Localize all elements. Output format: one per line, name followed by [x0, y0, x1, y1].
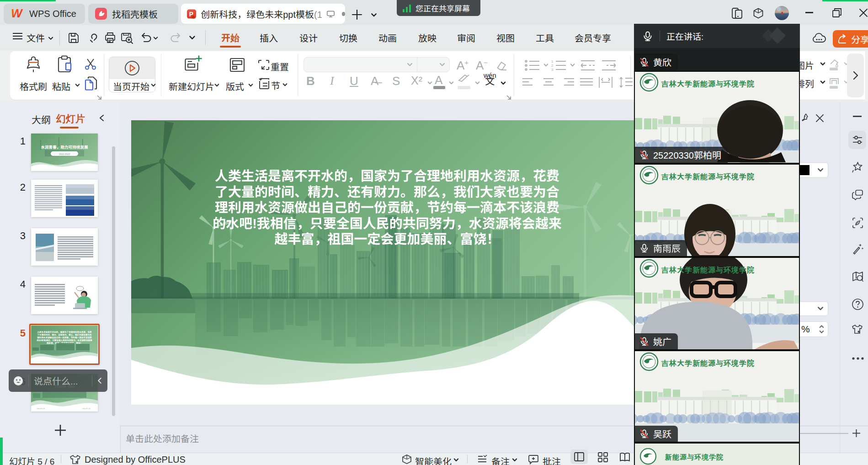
svg-text:P: P [189, 11, 193, 17]
svg-text:了大量的时间、精力、还有财力。那么，我们大家也要为合: 了大量的时间、精力、还有财力。那么，我们大家也要为合 [37, 334, 92, 336]
svg-text:W: W [11, 8, 23, 19]
svg-text:OfficePLUS: OfficePLUS [82, 408, 91, 410]
svg-text:1: 1 [551, 59, 554, 64]
svg-text:2022-2023: 2022-2023 [59, 153, 70, 155]
svg-text:理利用水资源做出自己的一份贡献，节约每一滴本不该浪费: 理利用水资源做出自己的一份贡献，节约每一滴本不该浪费 [37, 337, 92, 339]
svg-text:2: 2 [551, 64, 554, 68]
svg-text:OfficePLUS: OfficePLUS [37, 408, 45, 410]
svg-text:水润青春，助力可持续发展: 水润青春，助力可持续发展 [41, 145, 88, 150]
svg-text:人类生活是离不开水的，国家为了合理地利用水资源，花费: 人类生活是离不开水的，国家为了合理地利用水资源，花费 [37, 331, 92, 333]
svg-text:3: 3 [551, 68, 554, 71]
svg-text:的水吧!我相信，只要全国人民的共同努力，水资源将会越来: 的水吧!我相信，只要全国人民的共同努力，水资源将会越来 [37, 339, 92, 342]
